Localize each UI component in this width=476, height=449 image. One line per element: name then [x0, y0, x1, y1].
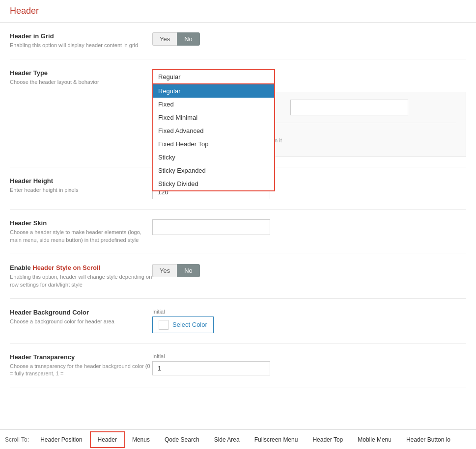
header-transparency-input[interactable] — [152, 361, 270, 375]
header-skin-label: Header Skin Choose a header style to mak… — [10, 219, 152, 244]
header-skin-desc: Choose a header style to make header ele… — [10, 229, 152, 244]
bottom-nav: Scroll To: Header Position Header Menus … — [0, 429, 476, 449]
header-transparency-title: Header Transparency — [10, 353, 152, 361]
bottom-nav-header-button-lo[interactable]: Header Button lo — [399, 432, 458, 448]
content-area: Header in Grid Enabling this option will… — [0, 23, 476, 388]
header-bg-color-label: Header Background Color Choose a backgro… — [10, 309, 152, 325]
enable-header-style-desc: Enabling this option, header will change… — [10, 273, 152, 289]
header-transparency-desc: Choose a transparency for the header bac… — [10, 363, 152, 378]
enable-header-style-title: Enable Header Style on Scroll — [10, 264, 152, 271]
dropdown-item-fixed[interactable]: Fixed — [153, 98, 274, 111]
header-type-title: Header Type — [10, 69, 152, 77]
header-in-grid-label: Header in Grid Enabling this option will… — [10, 32, 152, 49]
dropdown-item-regular[interactable]: Regular — [153, 84, 274, 98]
header-skin-title: Header Skin — [10, 219, 152, 227]
header-bg-color-title: Header Background Color — [10, 309, 152, 316]
dropdown-item-fixed-minimal[interactable]: Fixed Minimal — [153, 111, 274, 124]
header-in-grid-row: Header in Grid Enabling this option will… — [10, 23, 466, 59]
header-bg-color-desc: Choose a background color for header are… — [10, 318, 152, 325]
header-in-grid-yes[interactable]: Yes — [152, 32, 177, 46]
header-type-select[interactable]: Regular — [152, 69, 275, 84]
header-bg-color-control: Initial Select Color — [152, 309, 466, 333]
header-bg-color-picker-group: Initial Select Color — [152, 309, 466, 333]
bottom-nav-side-area[interactable]: Side Area — [207, 432, 247, 448]
bottom-nav-qode-search[interactable]: Qode Search — [157, 432, 207, 448]
page-title: Header — [0, 0, 476, 23]
header-type-label: Header Type Choose the header layout & b… — [10, 69, 152, 86]
color-swatch — [159, 320, 168, 330]
header-bg-color-input-label: Initial — [152, 309, 466, 315]
header-skin-row: Header Skin Choose a header style to mak… — [10, 210, 466, 254]
enable-header-style-yn-group: Yes No — [152, 264, 466, 277]
header-type-desc: Choose the header layout & behavior — [10, 79, 152, 86]
header-type-row: Header Type Choose the header layout & b… — [10, 59, 466, 167]
header-transparency-input-group: Initial — [152, 353, 466, 375]
enable-header-style-no[interactable]: No — [177, 264, 200, 277]
enable-header-style-control: Yes No — [152, 264, 466, 277]
bottom-nav-header[interactable]: Header — [90, 431, 125, 448]
header-transparency-input-label: Initial — [152, 353, 466, 359]
header-transparency-label: Header Transparency Choose a transparenc… — [10, 353, 152, 378]
page-title-text: Header — [10, 6, 39, 16]
header-in-grid-control: Yes No — [152, 32, 466, 46]
dropdown-item-sticky-divided[interactable]: Sticky Divided — [153, 177, 274, 190]
header-in-grid-yn-group: Yes No — [152, 32, 466, 46]
enable-header-style-row: Enable Header Style on Scroll Enabling t… — [10, 254, 466, 299]
header-type-control: Regular Regular Fixed Fixed Minimal Fixe… — [152, 69, 466, 157]
scroll-to-label: Scroll To: — [5, 436, 29, 443]
header-bg-color-button[interactable]: Select Color — [152, 317, 214, 333]
header-type-dropdown: Regular Fixed Fixed Minimal Fixed Advanc… — [152, 84, 275, 191]
header-height-desc: Enter header height in pixels — [10, 186, 152, 194]
header-transparency-control: Initial — [152, 353, 466, 375]
header-skin-control — [152, 219, 466, 235]
select-color-label: Select Color — [172, 321, 207, 328]
page-wrapper: Header Header in Grid Enabling this opti… — [0, 0, 476, 449]
header-skin-input[interactable] — [152, 219, 270, 235]
header-height-title: Header Height — [10, 177, 152, 185]
dropdown-item-fixed-advanced[interactable]: Fixed Advanced — [153, 124, 274, 137]
header-in-grid-title: Header in Grid — [10, 32, 152, 40]
bottom-nav-mobile-menu[interactable]: Mobile Menu — [350, 432, 399, 448]
enable-header-style-yes[interactable]: Yes — [152, 264, 177, 277]
header-type-selected-value: Regular — [158, 73, 181, 80]
menu-position-control — [290, 100, 408, 115]
header-transparency-row: Header Transparency Choose a transparenc… — [10, 343, 466, 388]
bottom-nav-header-top[interactable]: Header Top — [305, 432, 350, 448]
menu-position-input[interactable] — [290, 100, 408, 115]
header-bg-color-row: Header Background Color Choose a backgro… — [10, 299, 466, 343]
header-height-label: Header Height Enter header height in pix… — [10, 177, 152, 194]
dropdown-item-fixed-header-top[interactable]: Fixed Header Top — [153, 137, 274, 151]
bottom-nav-fullscreen-menu[interactable]: Fullscreen Menu — [247, 432, 306, 448]
enable-header-style-label: Enable Header Style on Scroll Enabling t… — [10, 264, 152, 289]
header-in-grid-no[interactable]: No — [177, 32, 200, 46]
header-type-select-wrapper: Regular Regular Fixed Fixed Minimal Fixe… — [152, 69, 275, 84]
dropdown-item-sticky[interactable]: Sticky — [153, 151, 274, 164]
dropdown-item-sticky-expanded[interactable]: Sticky Expanded — [153, 164, 274, 177]
header-in-grid-desc: Enabling this option will display header… — [10, 42, 152, 49]
bottom-nav-header-position[interactable]: Header Position — [33, 432, 89, 448]
bottom-nav-menus[interactable]: Menus — [125, 432, 157, 448]
